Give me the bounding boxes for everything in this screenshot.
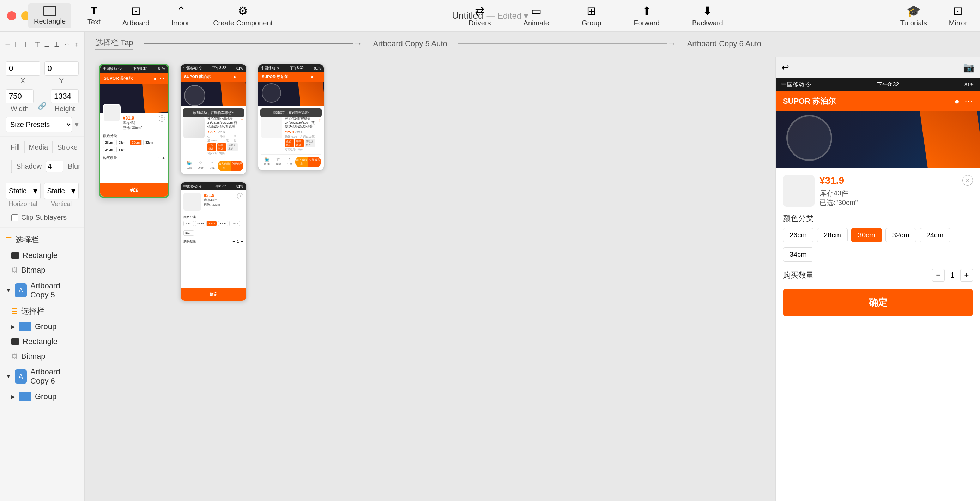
size3-24[interactable]: 24cm <box>229 221 240 226</box>
preview-size-30-active[interactable]: 30cm <box>851 228 882 242</box>
phone1-qty-plus[interactable]: + <box>162 155 165 161</box>
preview-qty-plus-button[interactable]: + <box>960 269 973 282</box>
phone2-action-shop[interactable]: 🏪 店铺 <box>183 161 195 171</box>
distribute-v-button[interactable]: ↕ <box>73 39 80 50</box>
stroke-color-swatch[interactable] <box>52 141 53 153</box>
phone1-qty-minus[interactable]: − <box>153 155 156 161</box>
preview-camera-button[interactable]: 📷 <box>963 62 974 73</box>
import-tool[interactable]: ⌃ Import <box>165 2 197 30</box>
layer-item-rectangle[interactable]: Rectangle <box>0 248 84 263</box>
layer-item-bitmap[interactable]: 🖼 Bitmap <box>0 263 84 278</box>
clip-sublayers-checkbox[interactable] <box>11 214 18 221</box>
size3-28[interactable]: 28cm <box>195 221 206 226</box>
layer-item-rect2[interactable]: Rectangle <box>0 334 84 349</box>
phone4-action-shop[interactable]: 🏪 店铺 <box>261 157 272 167</box>
phone1-close-button[interactable]: × <box>159 115 165 122</box>
size-presets-select[interactable]: Size Presets <box>6 117 72 132</box>
phone4-share-icon[interactable]: ↑ <box>318 117 321 151</box>
phone3-qty-plus[interactable]: + <box>240 239 243 244</box>
preview-size-32[interactable]: 32cm <box>885 228 916 242</box>
preview-undo-button[interactable]: ↩ <box>781 62 789 73</box>
phone4-buy-btn[interactable]: 立即购买 <box>308 157 321 167</box>
layer-item-bitmap2[interactable]: 🖼 Bitmap <box>0 349 84 364</box>
layer-item-xzl[interactable]: ☰ 选择栏 <box>0 232 84 248</box>
phone-copy5-list[interactable]: 中国移动 令 下午8:32 81% SUPOR 苏泊尔 ● ⋯ <box>180 64 247 175</box>
phone3-close-button[interactable]: × <box>237 193 243 199</box>
preview-size-28[interactable]: 28cm <box>817 228 848 242</box>
size3-26[interactable]: 26cm <box>183 221 194 226</box>
phone4-action-share[interactable]: ↑ 分享 <box>284 157 295 167</box>
size-24[interactable]: 24cm <box>103 147 115 153</box>
tutorials-tool[interactable]: 🎓 Tutorials <box>895 2 933 30</box>
preview-size-24[interactable]: 24cm <box>920 228 950 242</box>
phone-copy6-list[interactable]: 中国移动 令 下午8:32 81% SUPOR 苏泊尔 ● ⋯ <box>258 64 325 171</box>
width-input[interactable] <box>6 89 33 103</box>
phone-copy5-overlay[interactable]: 中国移动 令 下午8:32 81% ¥31.9 库存43件 已选:"30cm" <box>180 182 247 301</box>
group-expand-icon[interactable]: ▶ <box>11 324 15 329</box>
align-top-button[interactable]: ⊤ <box>34 39 41 50</box>
backward-tool[interactable]: ⬇ Backward <box>686 2 729 30</box>
tag4-coupon[interactable]: 领取优惠券 <box>305 139 315 147</box>
phone2-action-collect[interactable]: ☆ 收藏 <box>195 161 206 171</box>
align-right-button[interactable]: ⊢ <box>24 39 31 50</box>
phone1-confirm-button[interactable]: 确定 <box>100 183 168 197</box>
preview-confirm-button[interactable]: 确定 <box>783 289 973 317</box>
size-32[interactable]: 32cm <box>143 140 155 145</box>
align-center-h-button[interactable]: ⊢ <box>14 39 21 50</box>
size-presets-chevron[interactable]: ▾ <box>75 120 79 129</box>
shadow-swatch[interactable] <box>11 160 12 173</box>
media-color-swatch[interactable] <box>24 141 25 153</box>
layer-item-group[interactable]: ▶ Group <box>0 319 84 334</box>
phone4-product-item[interactable]: 苏泊尔钢化玻璃盖 24/26/28/30/32cm 煎锅汤锅炒锅C型锅盖 ¥25… <box>261 117 321 151</box>
group-tool[interactable]: ⊞ Group <box>576 2 607 30</box>
window-close-button[interactable] <box>7 11 16 21</box>
phone4-cart-btn[interactable]: 加入购物车 <box>295 157 308 167</box>
phone3-confirm-button[interactable]: 确定 <box>181 288 246 301</box>
phone2-buy-btn[interactable]: 立即购买 <box>231 161 243 171</box>
artboard-copy5-header[interactable]: ▼ A Artboard Copy 5 <box>0 278 84 303</box>
height-input[interactable] <box>51 89 79 103</box>
vertical-dropdown[interactable]: Static ▾ <box>44 183 79 199</box>
artboard-copy5-toggle[interactable]: ▼ <box>6 287 11 294</box>
phone2-product-item1[interactable]: 苏泊尔钢化玻璃盖 24/26/28/30/32cm 煎锅汤锅炒锅C型锅盖 ¥25… <box>183 117 243 155</box>
phone3-qty-minus[interactable]: − <box>232 239 235 244</box>
phone2-share-icon[interactable]: ↑ <box>240 117 243 155</box>
align-bottom-button[interactable]: ⊥ <box>53 39 60 50</box>
group2-expand-icon[interactable]: ▶ <box>11 394 15 399</box>
phone2-cart-btn[interactable]: 加入购物车 <box>218 161 231 171</box>
fill-color-swatch[interactable] <box>6 141 6 153</box>
rectangle-tool[interactable]: Rectangle <box>28 3 71 28</box>
preview-size-26[interactable]: 26cm <box>783 228 813 242</box>
artboard-tool[interactable]: ⊡ Artboard <box>117 2 155 30</box>
tag-coupon[interactable]: 领取优惠券 <box>227 143 238 151</box>
create-component-tool[interactable]: ⚙ Create Component <box>207 2 278 30</box>
size-30-active[interactable]: 30cm <box>130 140 142 145</box>
distribute-h-button[interactable]: ↔ <box>63 39 70 50</box>
phone4-action-collect[interactable]: ☆ 收藏 <box>272 157 284 167</box>
animate-tool[interactable]: ▭ Animate <box>518 2 555 30</box>
horizontal-dropdown[interactable]: Static ▾ <box>6 183 41 199</box>
preview-qty-minus-button[interactable]: − <box>932 269 945 282</box>
preview-close-button[interactable]: × <box>963 175 973 186</box>
size3-30-active[interactable]: 30cm <box>206 221 217 226</box>
preview-size-34[interactable]: 34cm <box>783 247 813 262</box>
size-26[interactable]: 26cm <box>103 140 115 145</box>
x-input[interactable]: 0 <box>6 61 40 75</box>
forward-tool[interactable]: ⬆ Forward <box>628 2 665 30</box>
size3-34[interactable]: 34cm <box>183 231 194 236</box>
size-34[interactable]: 34cm <box>116 147 129 153</box>
shadow-value-input[interactable] <box>46 161 64 172</box>
stroke-value-input[interactable] <box>84 142 85 153</box>
size3-32[interactable]: 32cm <box>218 221 229 226</box>
artboard-copy6-toggle[interactable]: ▼ <box>6 373 11 380</box>
y-input[interactable]: 0 <box>45 61 79 75</box>
align-left-button[interactable]: ⊣ <box>4 39 11 50</box>
phone-original[interactable]: 中国移动 令 下午8:32 81% SUPOR 苏泊尔 ● ⋯ <box>99 64 169 198</box>
mirror-tool[interactable]: ⊡ Mirror <box>943 2 973 30</box>
layer-item-xzl2[interactable]: ☰ 选择栏 <box>0 303 84 319</box>
artboard-copy6-header[interactable]: ▼ A Artboard Copy 6 <box>0 364 84 389</box>
phone2-action-share[interactable]: ↑ 分享 <box>206 161 218 171</box>
drivers-tool[interactable]: ⇄ Drivers <box>463 2 496 30</box>
size-28[interactable]: 28cm <box>116 140 129 145</box>
text-tool[interactable]: T Text <box>82 2 106 29</box>
